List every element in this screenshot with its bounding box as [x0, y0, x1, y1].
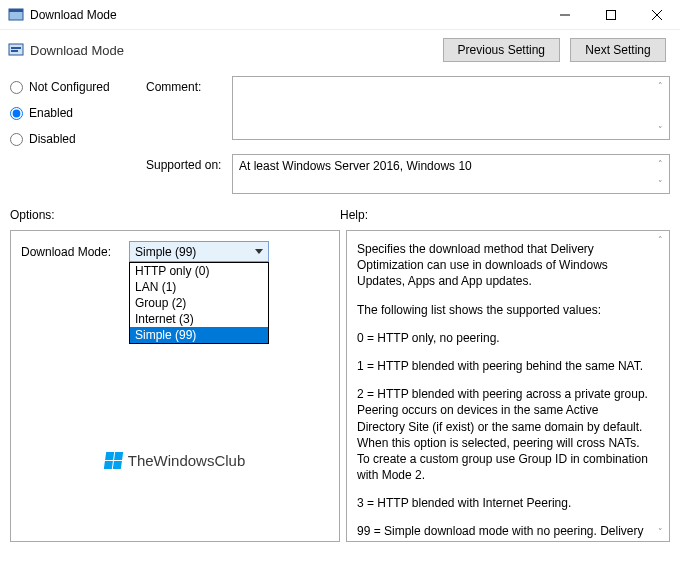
options-section-label: Options: — [10, 208, 340, 222]
dropdown-option[interactable]: HTTP only (0) — [130, 263, 268, 279]
radio-enabled-label: Enabled — [29, 106, 73, 120]
window-title: Download Mode — [30, 8, 542, 22]
svg-rect-1 — [9, 9, 23, 12]
dropdown-option-selected[interactable]: Simple (99) — [130, 327, 268, 343]
help-text: Specifies the download method that Deliv… — [357, 241, 649, 290]
dropdown-option[interactable]: LAN (1) — [130, 279, 268, 295]
help-text: 99 = Simple download mode with no peerin… — [357, 523, 649, 542]
radio-enabled-input[interactable] — [10, 107, 23, 120]
help-scrollbar[interactable]: ˄ ˅ — [652, 232, 668, 540]
svg-rect-8 — [11, 50, 18, 52]
radio-not-configured-input[interactable] — [10, 81, 23, 94]
policy-icon — [8, 42, 24, 58]
supported-on-box: At least Windows Server 2016, Windows 10… — [232, 154, 670, 194]
svg-rect-6 — [9, 44, 23, 55]
download-mode-label: Download Mode: — [21, 245, 123, 259]
options-pane: Download Mode: Simple (99) HTTP only (0)… — [10, 230, 340, 542]
help-text: 0 = HTTP only, no peering. — [357, 330, 649, 346]
help-text: 1 = HTTP blended with peering behind the… — [357, 358, 649, 374]
scroll-down-icon[interactable]: ˅ — [652, 176, 668, 192]
app-icon — [8, 7, 24, 23]
radio-not-configured-label: Not Configured — [29, 80, 110, 94]
window-controls — [542, 0, 680, 29]
scroll-down-icon[interactable]: ˅ — [652, 524, 668, 540]
radio-disabled[interactable]: Disabled — [10, 132, 140, 146]
svg-rect-3 — [607, 10, 616, 19]
scroll-up-icon[interactable]: ˄ — [652, 156, 668, 172]
policy-title: Download Mode — [30, 43, 443, 58]
help-pane: Specifies the download method that Deliv… — [346, 230, 670, 542]
state-radios: Not Configured Enabled Disabled — [10, 76, 140, 146]
radio-enabled[interactable]: Enabled — [10, 106, 140, 120]
download-mode-combobox[interactable]: Simple (99) — [129, 241, 269, 262]
comment-input[interactable]: ˄ ˅ — [232, 76, 670, 140]
subheader: Download Mode Previous Setting Next Sett… — [0, 30, 680, 76]
watermark: TheWindowsClub — [11, 452, 339, 469]
minimize-button[interactable] — [542, 0, 588, 29]
next-setting-button[interactable]: Next Setting — [570, 38, 666, 62]
maximize-button[interactable] — [588, 0, 634, 29]
scroll-up-icon[interactable]: ˄ — [652, 78, 668, 94]
watermark-text: TheWindowsClub — [128, 452, 246, 469]
scroll-down-icon[interactable]: ˅ — [652, 122, 668, 138]
dropdown-option[interactable]: Internet (3) — [130, 311, 268, 327]
titlebar: Download Mode — [0, 0, 680, 30]
supported-on-value: At least Windows Server 2016, Windows 10 — [239, 159, 472, 173]
help-text: 3 = HTTP blended with Internet Peering. — [357, 495, 649, 511]
download-mode-selected: Simple (99) — [135, 245, 196, 259]
help-section-label: Help: — [340, 208, 670, 222]
supported-label: Supported on: — [146, 154, 226, 194]
radio-disabled-label: Disabled — [29, 132, 76, 146]
help-text: 2 = HTTP blended with peering across a p… — [357, 386, 649, 483]
download-mode-dropdown[interactable]: HTTP only (0) LAN (1) Group (2) Internet… — [129, 262, 269, 344]
config-area: Not Configured Enabled Disabled Comment:… — [0, 76, 680, 202]
svg-rect-7 — [11, 47, 21, 49]
dropdown-option[interactable]: Group (2) — [130, 295, 268, 311]
close-button[interactable] — [634, 0, 680, 29]
help-text: The following list shows the supported v… — [357, 302, 649, 318]
radio-not-configured[interactable]: Not Configured — [10, 80, 140, 94]
comment-label: Comment: — [146, 76, 226, 146]
comment-scrollbar[interactable]: ˄ ˅ — [652, 78, 668, 138]
previous-setting-button[interactable]: Previous Setting — [443, 38, 560, 62]
windows-logo-icon — [104, 452, 123, 469]
scroll-up-icon[interactable]: ˄ — [652, 232, 668, 248]
supported-scrollbar[interactable]: ˄ ˅ — [652, 156, 668, 192]
radio-disabled-input[interactable] — [10, 133, 23, 146]
